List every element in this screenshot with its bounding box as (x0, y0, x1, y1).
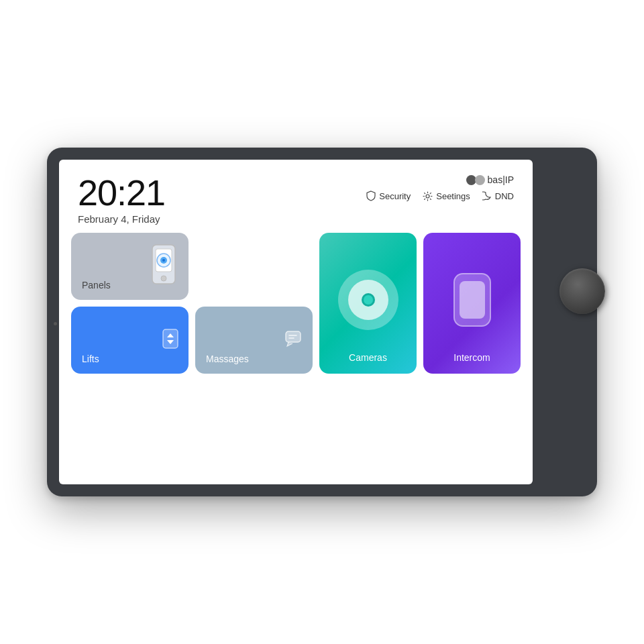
svg-rect-10 (286, 331, 301, 342)
intercom-label: Intercom (453, 352, 490, 363)
massages-label: Massages (206, 354, 249, 364)
security-icon (366, 191, 376, 201)
settings-label: Seetings (436, 191, 470, 201)
security-nav-item[interactable]: Security (366, 191, 411, 201)
device-frame: 20:21 February 4, Friday bas|IP (47, 148, 597, 496)
massages-icon (284, 329, 305, 352)
device-knob[interactable] (559, 268, 605, 314)
empty-slot (195, 233, 313, 300)
brand-toggle-icon (466, 175, 485, 185)
massages-svg (284, 329, 305, 349)
time-display: 20:21 (78, 174, 165, 211)
svg-point-0 (466, 175, 476, 185)
svg-point-7 (162, 259, 165, 262)
lifts-card[interactable]: Lifts (71, 307, 189, 374)
settings-icon (423, 191, 433, 201)
lifts-svg (160, 327, 180, 351)
grid-area: Panels (59, 233, 533, 386)
brand: bas|IP (466, 174, 514, 185)
camera-dot (362, 293, 375, 307)
security-label: Security (379, 191, 411, 201)
cameras-label: Cameras (349, 352, 387, 363)
intercom-screen (460, 281, 485, 319)
intercom-icon (453, 273, 491, 327)
settings-nav-item[interactable]: Seetings (423, 191, 470, 201)
screen: 20:21 February 4, Friday bas|IP (59, 160, 533, 484)
lifts-label: Lifts (82, 354, 99, 364)
top-nav: Security Seetings (366, 191, 514, 201)
svg-point-2 (426, 195, 429, 198)
panels-icon (147, 244, 180, 289)
top-right: bas|IP Security (366, 174, 514, 201)
intercom-card[interactable]: Intercom (423, 233, 521, 374)
dnd-nav-item[interactable]: DND (482, 191, 514, 201)
left-dot (54, 322, 57, 325)
dnd-icon (482, 191, 492, 201)
cameras-card[interactable]: Cameras (319, 233, 417, 374)
svg-rect-9 (163, 329, 178, 348)
camera-inner (348, 280, 388, 320)
camera-icon (338, 270, 398, 330)
time-block: 20:21 February 4, Friday (78, 174, 165, 225)
panels-card[interactable]: Panels (71, 233, 189, 300)
lifts-icon (160, 327, 180, 354)
svg-point-8 (161, 276, 166, 281)
panels-svg (147, 244, 180, 286)
dnd-label: DND (495, 191, 514, 201)
brand-label: bas|IP (488, 174, 514, 185)
svg-point-1 (475, 175, 485, 185)
screen-header: 20:21 February 4, Friday bas|IP (59, 160, 533, 233)
massages-card[interactable]: Massages (195, 307, 313, 374)
panels-label: Panels (82, 280, 111, 290)
date-display: February 4, Friday (78, 213, 165, 225)
